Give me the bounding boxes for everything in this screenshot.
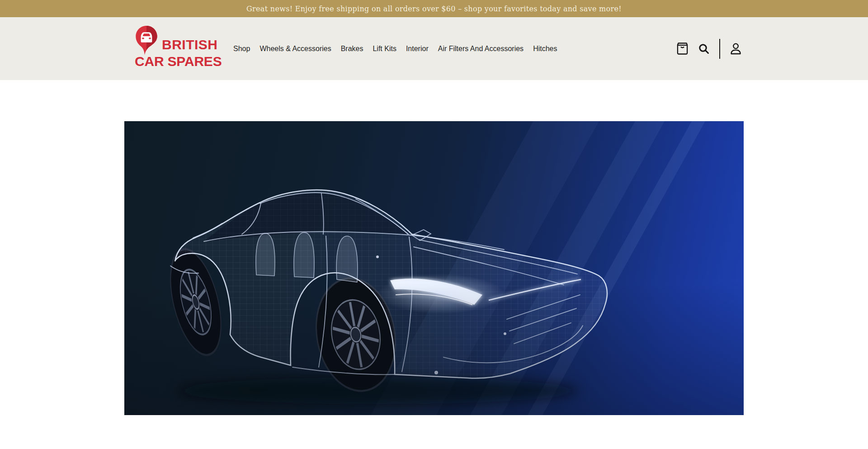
nav-item-lift-kits[interactable]: Lift Kits: [373, 45, 396, 53]
car-pin-icon: [135, 25, 158, 56]
user-icon: [730, 43, 741, 55]
nav-item-air-filters[interactable]: Air Filters And Accessories: [438, 45, 524, 53]
brand-name-line2: CAR SPARES: [135, 55, 222, 68]
brand-name-line1: BRITISH: [162, 38, 218, 52]
nav-item-hitches[interactable]: Hitches: [533, 45, 557, 53]
hero-banner: [124, 121, 744, 415]
nav-item-brakes[interactable]: Brakes: [341, 45, 363, 53]
search-icon: [698, 43, 709, 54]
announcement-text: Great news! Enjoy free shipping on all o…: [246, 5, 622, 13]
bottom-vignette: [124, 121, 744, 415]
nav-item-wheels-accessories[interactable]: Wheels & Accessories: [259, 45, 331, 53]
site-header: BRITISH CAR SPARES Shop Wheels & Accesso…: [0, 17, 868, 80]
shopping-bag-icon: [676, 42, 689, 55]
announcement-bar: Great news! Enjoy free shipping on all o…: [0, 0, 868, 17]
cart-button[interactable]: [676, 42, 689, 55]
search-button[interactable]: [698, 43, 709, 54]
wireframe-car-image: [124, 121, 744, 415]
brand-logo[interactable]: BRITISH CAR SPARES: [135, 25, 212, 73]
account-button[interactable]: [730, 43, 741, 55]
main-navigation: Shop Wheels & Accessories Brakes Lift Ki…: [233, 45, 557, 53]
header-actions: [676, 39, 741, 59]
nav-item-interior[interactable]: Interior: [406, 45, 429, 53]
header-divider: [719, 39, 720, 59]
nav-item-shop[interactable]: Shop: [233, 45, 250, 53]
